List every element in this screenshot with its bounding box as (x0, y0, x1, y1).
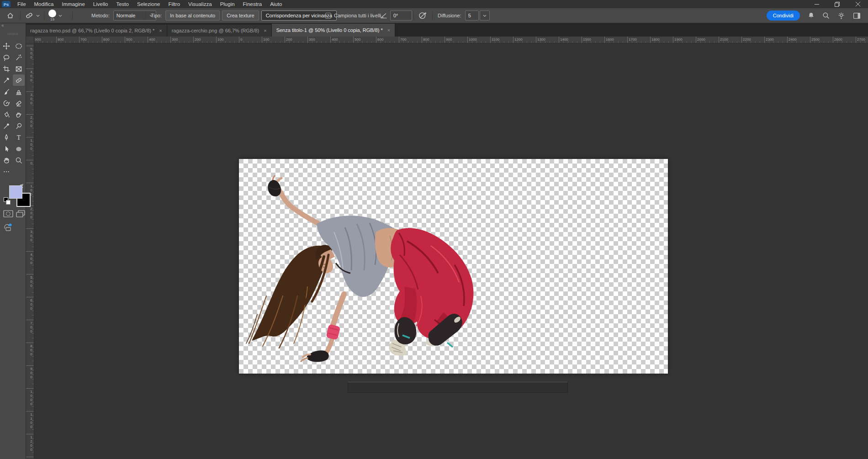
tipo-label: Tipo: (151, 13, 162, 18)
minimize-button[interactable] (806, 0, 827, 8)
home-icon (6, 12, 14, 19)
lasso-icon (3, 54, 10, 61)
frame-icon (15, 65, 22, 73)
zoom-icon (15, 157, 22, 164)
pen-tool[interactable] (0, 132, 12, 143)
tab-label: ragazza-cerchio.png @ 66,7% (RGB/8) (172, 28, 259, 33)
document-tab[interactable]: ragazza-cerchio.png @ 66,7% (RGB/8)× (167, 25, 272, 37)
document-tab[interactable]: ragazza treno.psd @ 66,7% (Livello 0 cop… (26, 25, 167, 37)
foreground-color-swatch[interactable] (9, 185, 22, 199)
campiona-label: Campiona tutti i livelli (334, 13, 381, 18)
h-ruler-label: 1000 (467, 37, 477, 43)
quick-select-tool[interactable] (13, 52, 25, 63)
h-ruler-label: 2100 (719, 37, 728, 43)
brush-size-picker[interactable]: 19 (48, 8, 62, 23)
tipo-button-group: In base al contenutoCrea textureCorrispo… (165, 11, 339, 21)
h-ruler-label: 300 (170, 37, 178, 43)
brush-size-value: 19 (50, 17, 54, 21)
menu-livello[interactable]: Livello (89, 0, 112, 8)
close-button[interactable] (847, 0, 868, 8)
menu-finestra[interactable]: Finestra (239, 0, 266, 8)
canvas-shadow-artifact (348, 382, 568, 393)
current-tool-preset[interactable] (25, 8, 40, 23)
toning-tool[interactable] (0, 120, 12, 132)
smudge-tool[interactable] (13, 109, 25, 120)
menu-file[interactable]: File (13, 0, 30, 8)
menu-aiuto[interactable]: Aiuto (266, 0, 286, 8)
menu-selezione[interactable]: Selezione (133, 0, 164, 8)
menu-filtro[interactable]: Filtro (164, 0, 184, 8)
hand-tool[interactable] (0, 154, 12, 166)
history-brush-tool[interactable] (0, 97, 12, 109)
diffusione-input[interactable]: 5 (465, 11, 479, 21)
h-ruler-label: 2300 (764, 37, 774, 43)
content-credentials-icon[interactable] (3, 223, 12, 231)
zoom-tool[interactable] (13, 154, 25, 166)
chevron-down-icon (58, 15, 62, 17)
notifications-bell-icon[interactable] (808, 12, 815, 19)
frame-tool[interactable] (13, 63, 25, 74)
condividi-button[interactable]: Condividi (767, 11, 800, 21)
dodge-tool[interactable] (13, 120, 25, 132)
angle-value: 0° (393, 13, 398, 18)
crop-tool[interactable] (0, 63, 12, 74)
ruler-origin-corner[interactable] (26, 37, 34, 43)
angle-input[interactable]: 0° (390, 11, 412, 21)
eyedropper-tool[interactable] (0, 74, 12, 86)
move-tool[interactable] (0, 40, 12, 52)
h-ruler-label: 800 (56, 37, 64, 43)
brush-tool[interactable] (0, 86, 12, 97)
tab-close-button[interactable]: × (264, 28, 266, 33)
menu-visualizza[interactable]: Visualizza (184, 0, 216, 8)
toolbar-grip-handle[interactable] (8, 33, 18, 35)
more-tool[interactable] (0, 166, 12, 177)
h-ruler-label: 1600 (604, 37, 614, 43)
clone-stamp-tool[interactable] (13, 86, 25, 97)
default-colors-icon[interactable] (4, 197, 11, 205)
eraser-tool[interactable] (13, 97, 25, 109)
document-tab[interactable]: Senza titolo-1 @ 50% (Livello 0 copia, R… (272, 24, 396, 37)
h-ruler-label: 700 (79, 37, 86, 43)
h-ruler-label: 1200 (513, 37, 523, 43)
menu-immagine[interactable]: Immagine (58, 0, 89, 8)
tab-close-button[interactable]: × (159, 28, 162, 33)
v-ruler-label: 200 (26, 206, 33, 219)
document-canvas[interactable] (239, 159, 668, 374)
workspace-switcher-icon[interactable] (853, 12, 861, 19)
campiona-checkbox[interactable] (325, 13, 331, 19)
discover-lightbulb-icon[interactable] (837, 12, 845, 20)
vertical-ruler[interactable]: 5004003002001000100200300400500600700800… (26, 43, 34, 459)
home-button[interactable] (6, 8, 14, 23)
menu-testo[interactable]: Testo (112, 0, 133, 8)
marquee-ellipse-tool[interactable] (13, 40, 25, 52)
path-select-tool[interactable] (0, 143, 12, 154)
crop-icon (3, 65, 10, 73)
metodo-select[interactable]: Normale (113, 11, 156, 21)
healing-brush-tool[interactable] (13, 74, 25, 86)
diffusione-dropdown-button[interactable] (480, 11, 490, 21)
campiona-checkbox-row[interactable]: Campiona tutti i livelli (325, 8, 381, 23)
horizontal-ruler[interactable]: 9008007006005004003002001000100200300400… (34, 37, 868, 43)
paint-bucket-tool[interactable] (0, 109, 12, 120)
h-ruler-label: 500 (353, 37, 360, 43)
quick-mask-icon[interactable] (3, 210, 13, 217)
v-ruler-label: 200 (26, 114, 33, 128)
diffusione-label: Diffusione: (438, 13, 461, 18)
menu-modifica[interactable]: Modifica (30, 0, 58, 8)
type-tool[interactable]: T (13, 132, 25, 143)
chevron-down-icon (36, 15, 40, 17)
lasso-tool[interactable] (0, 52, 12, 63)
search-icon[interactable] (822, 12, 830, 19)
v-ruler-label: 300 (26, 228, 33, 242)
restore-button[interactable] (827, 0, 847, 8)
v-ruler-label: 300 (26, 91, 33, 105)
collapse-panels-chevron[interactable]: « (1, 23, 4, 28)
menu-plugin[interactable]: Plugin (216, 0, 239, 8)
pen-pressure-button[interactable] (418, 8, 427, 23)
shape-ellipse-tool[interactable] (13, 143, 25, 154)
screen-mode-icon[interactable] (16, 210, 25, 217)
tipo-button[interactable]: Crea texture (222, 11, 259, 21)
h-ruler-label: 1400 (559, 37, 568, 43)
tab-close-button[interactable]: × (387, 27, 390, 33)
tipo-button[interactable]: In base al contenuto (165, 11, 220, 21)
